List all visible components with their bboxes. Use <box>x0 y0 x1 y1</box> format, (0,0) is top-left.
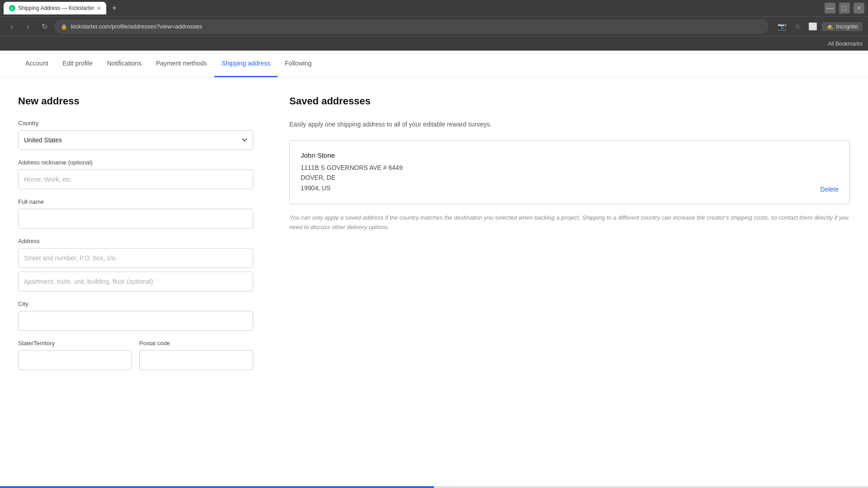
saved-address-line3-0: 19904, US <box>301 183 839 193</box>
fullname-label: Full name <box>18 198 253 205</box>
reload-button[interactable]: ↻ <box>38 20 51 33</box>
maximize-button[interactable]: □ <box>839 3 850 14</box>
city-input[interactable] <box>18 311 253 331</box>
city-label: City <box>18 300 253 307</box>
new-tab-button[interactable]: + <box>108 2 121 14</box>
country-select-wrapper: United States Canada United Kingdom Aust… <box>18 130 253 150</box>
saved-address-line2-0: DOVER, DE <box>301 173 839 183</box>
country-select[interactable]: United States Canada United Kingdom Aust… <box>18 130 253 150</box>
browser-toolbar: ‹ › ↻ 🔒 kickstarter.com/profile/addresse… <box>0 16 868 36</box>
bookmarks-label: All Bookmarks <box>828 41 863 47</box>
postal-label: Postal code <box>139 340 253 347</box>
nickname-input[interactable] <box>18 169 253 189</box>
tab-favicon: K <box>9 5 15 11</box>
saved-address-card-0: John Stone 1111B S GOVERNORS AVE # 6449 … <box>289 140 850 204</box>
browser-tabs: K Shipping Address — Kickstarter × + <box>4 2 121 14</box>
address-line1-input[interactable] <box>18 248 253 268</box>
address-form-group: Address <box>18 238 253 291</box>
new-address-section: New address Country United States Canada… <box>18 95 253 379</box>
address-bar-url: kickstarter.com/profile/addresses?view=a… <box>71 23 202 30</box>
tab-close-button[interactable]: × <box>97 5 101 12</box>
country-label: Country <box>18 120 253 127</box>
saved-addresses-title: Saved addresses <box>289 95 850 107</box>
main-container: New address Country United States Canada… <box>0 77 868 397</box>
state-input[interactable] <box>18 350 132 370</box>
incognito-icon: 🕵 <box>826 23 833 30</box>
saved-addresses-description: Easily apply one shipping address to all… <box>289 120 850 129</box>
toolbar-actions: 📷 ☆ ⬜ 🕵 Incognito <box>776 20 863 33</box>
close-button[interactable]: × <box>854 3 864 14</box>
camera-off-icon[interactable]: 📷 <box>776 20 788 33</box>
browser-chrome: K Shipping Address — Kickstarter × + — □… <box>0 0 868 51</box>
postal-input[interactable] <box>139 350 253 370</box>
tab-account[interactable]: Account <box>18 51 56 77</box>
bookmarks-bar: All Bookmarks <box>0 36 868 51</box>
city-form-group: City <box>18 300 253 331</box>
saved-addresses-note: You can only apply a saved address if th… <box>289 213 850 232</box>
active-tab[interactable]: K Shipping Address — Kickstarter × <box>4 2 106 14</box>
tab-following[interactable]: Following <box>278 51 319 77</box>
new-address-title: New address <box>18 95 253 107</box>
address-bar-lock-icon: 🔒 <box>61 23 67 30</box>
incognito-button[interactable]: 🕵 Incognito <box>822 22 863 31</box>
device-icon[interactable]: ⬜ <box>807 20 819 33</box>
fullname-form-group: Full name <box>18 198 253 229</box>
address-label: Address <box>18 238 253 244</box>
incognito-label: Incognito <box>836 23 858 30</box>
back-button[interactable]: ‹ <box>5 20 18 33</box>
tab-payment-methods[interactable]: Payment methods <box>149 51 214 77</box>
forward-button[interactable]: › <box>22 20 34 33</box>
tab-title: Shipping Address — Kickstarter <box>18 5 94 11</box>
state-postal-row: State/Territory Postal code <box>18 340 253 379</box>
tab-edit-profile[interactable]: Edit profile <box>56 51 100 77</box>
window-controls: — □ × <box>825 3 864 14</box>
postal-form-group: Postal code <box>139 340 253 370</box>
fullname-input[interactable] <box>18 209 253 229</box>
page-content: Account Edit profile Notifications Payme… <box>0 51 868 457</box>
nickname-label: Address nickname (optional) <box>18 159 253 166</box>
address-bar[interactable]: 🔒 kickstarter.com/profile/addresses?view… <box>54 19 769 34</box>
bookmark-icon[interactable]: ☆ <box>791 20 804 33</box>
state-form-group: State/Territory <box>18 340 132 370</box>
tab-shipping-address[interactable]: Shipping address <box>214 51 278 77</box>
saved-address-name-0: John Stone <box>301 151 839 159</box>
browser-titlebar: K Shipping Address — Kickstarter × + — □… <box>0 0 868 16</box>
saved-address-line1-0: 1111B S GOVERNORS AVE # 6449 <box>301 163 839 173</box>
state-label: State/Territory <box>18 340 132 347</box>
saved-addresses-section: Saved addresses Easily apply one shippin… <box>289 95 850 379</box>
country-form-group: Country United States Canada United King… <box>18 120 253 150</box>
nickname-form-group: Address nickname (optional) <box>18 159 253 189</box>
address-line2-input[interactable] <box>18 272 253 291</box>
delete-address-button-0[interactable]: Delete <box>821 186 839 193</box>
settings-nav: Account Edit profile Notifications Payme… <box>0 51 868 77</box>
tab-notifications[interactable]: Notifications <box>100 51 149 77</box>
minimize-button[interactable]: — <box>825 3 835 14</box>
